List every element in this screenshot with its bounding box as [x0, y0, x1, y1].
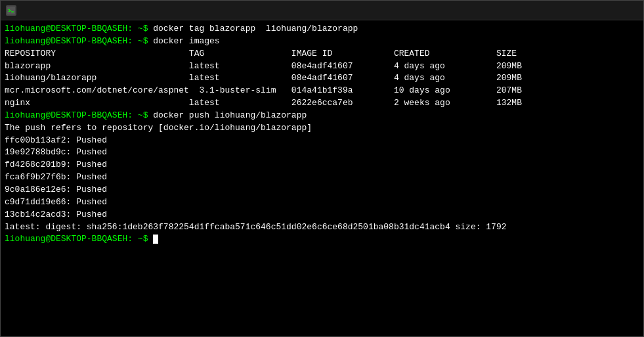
close-button[interactable]: [609, 1, 638, 20]
terminal-line: fd4268c201b9: Pushed: [5, 159, 639, 171]
terminal-line: REPOSITORY TAG IMAGE ID CREATED SIZE: [5, 48, 639, 60]
window-controls: [549, 1, 638, 20]
terminal-line: The push refers to repository [docker.io…: [5, 122, 639, 135]
prompt-full: liohuang@DESKTOP-BBQASEH: ~$: [5, 36, 148, 46]
terminal-line: liohuang@DESKTOP-BBQASEH: ~$ docker tag …: [5, 23, 639, 35]
terminal-line: liohuang/blazorapp latest 08e4adf41607 4…: [5, 72, 639, 85]
command-text: [148, 234, 153, 244]
command-text: docker tag blazorapp liohuang/blazorapp: [148, 24, 358, 34]
maximize-button[interactable]: [579, 1, 609, 20]
terminal-scroll[interactable]: liohuang@DESKTOP-BBQASEH: ~$ docker tag …: [5, 23, 639, 334]
prompt-full: liohuang@DESKTOP-BBQASEH: ~$: [5, 234, 148, 244]
prompt-full: liohuang@DESKTOP-BBQASEH: ~$: [5, 24, 148, 34]
title-bar-left: [6, 5, 22, 16]
terminal-body[interactable]: liohuang@DESKTOP-BBQASEH: ~$ docker tag …: [1, 20, 643, 336]
cursor-block: [153, 235, 158, 244]
terminal-line: blazorapp latest 08e4adf41607 4 days ago…: [5, 60, 639, 73]
command-text: docker push liohuang/blazorapp: [148, 110, 307, 120]
terminal-line: 9c0a186e12e6: Pushed: [5, 184, 639, 196]
minimize-button[interactable]: [549, 1, 579, 20]
terminal-line: ffc00b113af2: Pushed: [5, 135, 639, 147]
terminal-line: nginx latest 2622e6cca7eb 2 weeks ago 13…: [5, 97, 639, 110]
terminal-line: fca6f9b27f6b: Pushed: [5, 171, 639, 184]
command-text: docker images: [148, 36, 219, 46]
terminal-line: c9d71dd19e66: Pushed: [5, 196, 639, 209]
prompt-full: liohuang@DESKTOP-BBQASEH: ~$: [5, 110, 148, 120]
title-bar: [1, 1, 643, 20]
terminal-window: liohuang@DESKTOP-BBQASEH: ~$ docker tag …: [0, 0, 644, 337]
terminal-line: mcr.microsoft.com/dotnet/core/aspnet 3.1…: [5, 85, 639, 97]
terminal-line: 19e92788bd9c: Pushed: [5, 146, 639, 159]
terminal-line: 13cb14c2acd3: Pushed: [5, 209, 639, 221]
terminal-line: latest: digest: sha256:1deb263f782254d1f…: [5, 221, 639, 234]
terminal-line: liohuang@DESKTOP-BBQASEH: ~$: [5, 233, 639, 246]
terminal-line: liohuang@DESKTOP-BBQASEH: ~$ docker imag…: [5, 35, 639, 48]
terminal-icon: [6, 5, 16, 16]
terminal-line: liohuang@DESKTOP-BBQASEH: ~$ docker push…: [5, 110, 639, 122]
